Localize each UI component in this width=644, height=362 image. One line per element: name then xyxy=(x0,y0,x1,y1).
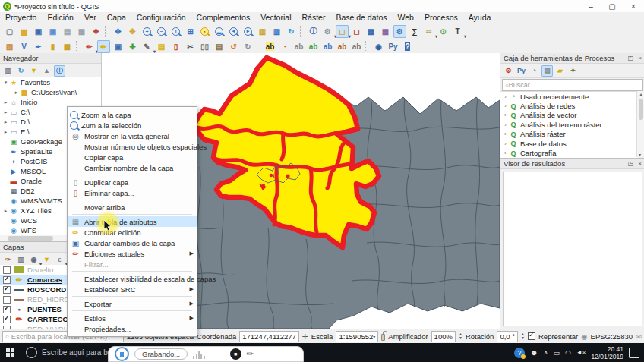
layout-manager-icon[interactable]: ▦ xyxy=(75,25,88,38)
tree-expander-icon[interactable]: ▾ xyxy=(2,80,9,86)
filter-legend-icon[interactable]: ▼ xyxy=(41,254,52,266)
identify-features-icon[interactable]: ⓘ xyxy=(307,25,320,38)
tree-expander-icon[interactable]: › xyxy=(502,131,509,137)
menu-ver[interactable]: Ver xyxy=(79,12,102,24)
help-notification-icon[interactable]: ? xyxy=(514,348,525,358)
properties-widget-icon[interactable]: ⓘ xyxy=(54,65,65,77)
layer-styling-icon[interactable]: ✑ xyxy=(2,254,14,266)
toolbox-analisis-raster[interactable]: › Q Análisis ráster xyxy=(500,130,637,139)
add-group-icon[interactable]: ▥ xyxy=(15,254,27,266)
taskbar-search-input[interactable]: Escribe aquí para bu xyxy=(42,348,112,357)
tree-expander-icon[interactable]: ▸ xyxy=(2,99,9,105)
move-label-icon[interactable]: ab xyxy=(321,40,334,53)
volume-icon[interactable]: ◄× xyxy=(576,349,586,356)
paste-features-icon[interactable]: ▤ xyxy=(213,40,226,53)
duplicate-layer[interactable]: ▯ Duplicar capa xyxy=(68,177,197,187)
close-panel-icon[interactable]: × xyxy=(638,160,642,167)
action-center-icon[interactable] xyxy=(629,348,639,358)
history-icon[interactable]: ◔ xyxy=(529,65,540,77)
toolbox-analisis-redes[interactable]: › Q Análisis de redes xyxy=(500,101,637,110)
tree-expander-icon[interactable]: ▸ xyxy=(2,109,9,115)
toolbox-analisis-terreno-raster[interactable]: › Q Análisis del terreno ráster xyxy=(500,120,637,129)
zoom-to-selection[interactable]: Zum a la selección xyxy=(68,120,197,131)
tree-expander-icon[interactable]: › xyxy=(502,141,509,146)
rotate-label-icon[interactable]: ab xyxy=(336,40,349,53)
coordinate-input[interactable]: 171247,4112277 xyxy=(239,331,299,342)
browser-favoritos-path[interactable]: ▸ ▆ C:\Users\Ivan\ xyxy=(0,87,101,97)
toolbox-search-input[interactable]: ○ Buscar... xyxy=(502,79,643,91)
menu-basededatos[interactable]: Base de datos xyxy=(330,12,392,24)
help-icon[interactable]: ? xyxy=(401,40,414,53)
magnifier-input[interactable]: 100% xyxy=(431,331,456,342)
new-spatialite-layer-icon[interactable]: ▮ xyxy=(46,40,59,53)
layer-checkbox[interactable] xyxy=(3,286,11,294)
show-bookmarks-icon[interactable]: ▥ xyxy=(270,25,283,38)
highlight-labels-icon[interactable]: ab xyxy=(307,40,320,53)
add-selected-layers-icon[interactable]: ▥ xyxy=(2,65,14,77)
stop-recording-button[interactable]: ■ xyxy=(230,348,242,360)
float-panel-icon[interactable]: ◳ xyxy=(628,55,634,61)
menu-web[interactable]: Web xyxy=(393,12,419,24)
styles[interactable]: Estilos ▶ xyxy=(68,313,197,323)
clock[interactable]: 20:41 12/01/2019 xyxy=(591,345,623,360)
modify-attributes-icon[interactable]: ▤ xyxy=(155,40,168,53)
save-layer-edits-icon[interactable]: ▣ xyxy=(112,40,125,53)
tree-expander-icon[interactable]: › xyxy=(502,112,509,118)
metasearch-icon[interactable]: ◉ xyxy=(372,40,385,53)
save-layer-edits[interactable]: ▣ Guardar cambios de la capa xyxy=(68,238,197,248)
options-icon[interactable]: ✦ xyxy=(567,65,579,77)
zoom-in-icon[interactable]: + xyxy=(140,25,153,38)
layer-checkbox[interactable] xyxy=(3,276,11,284)
new-shapefile-layer-icon[interactable]: ✒ xyxy=(32,40,45,53)
layer-checkbox[interactable] xyxy=(3,296,11,304)
open-attribute-table[interactable]: ▦ Abrir tabla de atributos xyxy=(68,216,197,227)
menu-proyecto[interactable]: Proyecto xyxy=(0,12,42,24)
save-project-icon[interactable]: ▣ xyxy=(32,25,45,38)
menu-edicion[interactable]: Edición xyxy=(42,12,78,24)
menu-procesos[interactable]: Procesos xyxy=(419,12,463,24)
tree-expander-icon[interactable]: ▸ xyxy=(2,208,9,214)
draw-tool-icon[interactable]: ✏ xyxy=(247,349,254,359)
zoom-native-icon[interactable]: 1 xyxy=(169,25,182,38)
rotation-spinner[interactable]: ▲▼ xyxy=(521,332,525,340)
layer-checkbox[interactable] xyxy=(3,306,11,313)
tree-expander-icon[interactable]: ▸ xyxy=(13,90,20,96)
rename-layer[interactable]: Cambiar nombre de la capa xyxy=(68,162,197,173)
menu-capa[interactable]: Capa xyxy=(102,12,131,24)
open-project-icon[interactable]: ▆ xyxy=(17,25,30,38)
toolbox-usado-recientemente[interactable]: › ◔ Usado recientemente xyxy=(500,92,637,101)
set-scale-visibility[interactable]: Establecer visibilidad de escala de capa… xyxy=(68,273,197,284)
cortana-icon[interactable] xyxy=(26,347,37,358)
render-checkbox[interactable] xyxy=(528,332,535,340)
add-vector-layer-icon[interactable]: V xyxy=(17,40,30,53)
processing-toolbox-icon[interactable]: ⚙ xyxy=(393,25,406,38)
tree-expander-icon[interactable]: ▸ xyxy=(2,119,9,125)
map-themes-icon[interactable]: ◉ xyxy=(28,254,39,266)
refresh-icon[interactable]: ↻ xyxy=(285,25,298,38)
save-project-as-icon[interactable]: ▣ xyxy=(46,25,59,38)
zoom-last-icon[interactable]: ◂ xyxy=(227,25,240,38)
extent-toggle-icon[interactable]: ✛ xyxy=(302,332,308,341)
deselect-features-icon[interactable]: ◻ xyxy=(350,25,363,38)
minimize-button[interactable]: – xyxy=(580,1,601,12)
browser-favoritos[interactable]: ▾ ★ Favoritos xyxy=(0,77,101,87)
pause-recording-button[interactable] xyxy=(115,347,129,361)
select-features-icon[interactable]: ◻ xyxy=(336,25,349,38)
models-icon[interactable]: ⚙ xyxy=(503,65,514,77)
delete-selected-icon[interactable]: ▯ xyxy=(169,40,182,53)
pin-labels-icon[interactable]: ab xyxy=(292,40,305,53)
zoom-full-icon[interactable]: ⊞ xyxy=(184,25,197,38)
close-panel-icon[interactable]: × xyxy=(638,55,642,61)
measure-icon[interactable]: ═ xyxy=(422,25,435,38)
toggle-editing[interactable]: ✏ Conmutar edición xyxy=(68,227,197,238)
tree-expander-icon[interactable]: › xyxy=(502,150,509,156)
pan-map-icon[interactable]: ✥ xyxy=(112,25,125,38)
menu-configuracion[interactable]: Configuración xyxy=(131,12,191,24)
remove-layer[interactable]: ▯ Eliminar capa... xyxy=(68,187,197,198)
change-label-icon[interactable]: ab xyxy=(350,40,363,53)
copy-features-icon[interactable]: ▯▯ xyxy=(198,40,211,53)
add-database-layer-icon[interactable]: ▦ xyxy=(61,40,74,53)
tree-expander-icon[interactable]: › xyxy=(502,122,509,127)
close-button[interactable]: × xyxy=(623,1,644,12)
layer-diagram-icon[interactable]: ◔ xyxy=(278,40,291,53)
